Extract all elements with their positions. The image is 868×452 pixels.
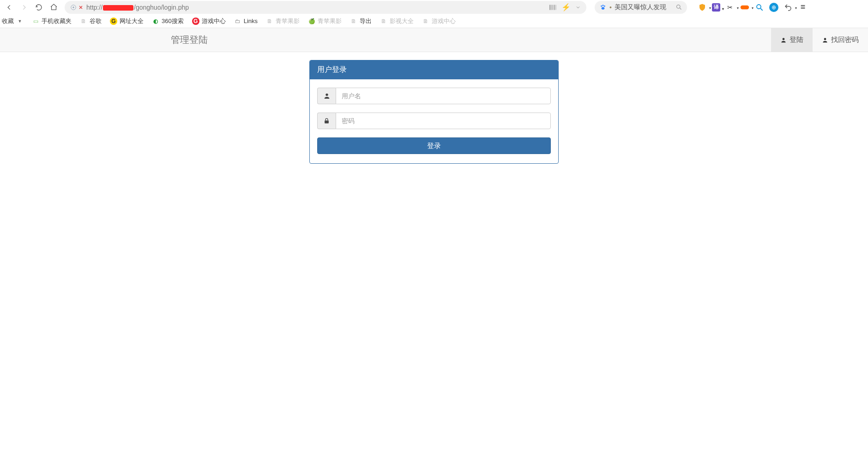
news-text: 美国又曝惊人发现 xyxy=(615,3,666,12)
translate-icon[interactable]: 译▾ xyxy=(712,3,720,12)
svg-rect-4 xyxy=(552,5,553,10)
bookmark-google[interactable]: 🗎谷歌 xyxy=(80,17,102,25)
password-row xyxy=(317,113,551,129)
svg-rect-2 xyxy=(549,5,550,10)
user-icon xyxy=(780,37,787,43)
svg-point-19 xyxy=(326,94,328,96)
address-bar-right: ⚡ xyxy=(549,3,581,12)
back-button[interactable] xyxy=(4,2,15,13)
game-red-icon: G xyxy=(192,18,199,25)
bookmark-urls[interactable]: G网址大全 xyxy=(110,17,144,25)
bookmark-video[interactable]: 🗎影视大全 xyxy=(380,17,414,25)
svg-line-13 xyxy=(680,8,681,9)
apple-icon: 🍏 xyxy=(308,18,315,25)
username-row xyxy=(317,88,551,104)
bookmark-label: Links xyxy=(244,18,258,24)
svg-point-10 xyxy=(604,5,605,6)
url-prefix: http:// xyxy=(86,4,102,11)
bookmark-bar: 收藏 ▼ ▭手机收藏夹 🗎谷歌 G网址大全 ◐360搜索 G游戏中心 🗀Link… xyxy=(0,14,868,28)
bookmark-label: 游戏中心 xyxy=(202,17,226,25)
site-info-icon xyxy=(70,4,84,11)
bookmark-label: 360搜索 xyxy=(162,17,184,25)
news-search-pill[interactable]: • 美国又曝惊人发现 xyxy=(595,1,687,14)
bookmark-label: 谷歌 xyxy=(90,17,102,25)
user-icon xyxy=(822,37,828,43)
bookmark-game2[interactable]: 🗎游戏中心 xyxy=(422,17,456,25)
scissors-icon[interactable]: ✂▾ xyxy=(725,2,735,12)
nav-find-password[interactable]: 找回密码 xyxy=(813,28,868,52)
shield-icon[interactable]: ▾ xyxy=(697,2,707,12)
bookmark-apple2[interactable]: 🍏青苹果影 xyxy=(308,17,342,25)
bookmark-export[interactable]: 🗎导出 xyxy=(350,17,372,25)
bookmark-label: 网址大全 xyxy=(120,17,144,25)
url-text: http:///gonghuo/login.php xyxy=(86,4,189,11)
bookmark-links[interactable]: 🗀Links xyxy=(234,18,258,25)
globe-yellow-icon: G xyxy=(110,18,117,25)
gamepad-icon[interactable]: ▾ xyxy=(740,2,750,12)
folder-icon: 🗀 xyxy=(234,18,241,25)
home-button[interactable] xyxy=(48,2,59,13)
bookmark-360[interactable]: ◐360搜索 xyxy=(152,17,184,25)
redacted-host xyxy=(103,5,133,11)
svg-point-8 xyxy=(601,5,602,6)
bookmark-mobile[interactable]: ▭手机收藏夹 xyxy=(32,17,72,25)
magnifier-icon[interactable] xyxy=(754,2,765,12)
page-header: 管理登陆 登陆 找回密码 xyxy=(0,28,868,52)
bookmark-label: 导出 xyxy=(360,17,372,25)
svg-rect-14 xyxy=(741,5,749,9)
svg-point-1 xyxy=(72,6,74,8)
bookmark-label: 游戏中心 xyxy=(432,17,456,25)
nav-find-label: 找回密码 xyxy=(831,36,859,44)
file-icon: 🗎 xyxy=(266,18,273,25)
login-area: 用户登录 登录 xyxy=(0,52,868,164)
extension-row: ▾ 译▾ ✂▾ ▾ ⊕ ▾ ≡ xyxy=(697,2,808,12)
news-dot: • xyxy=(609,4,612,11)
user-icon xyxy=(317,88,336,104)
bolt-icon[interactable]: ⚡ xyxy=(561,3,571,12)
bookmark-label: 青苹果影 xyxy=(318,17,342,25)
nav-login[interactable]: 登陆 xyxy=(771,28,813,52)
favorites-label: 收藏 xyxy=(2,17,14,25)
password-input[interactable] xyxy=(336,113,551,129)
file-icon: 🗎 xyxy=(380,18,387,25)
bookmark-game[interactable]: G游戏中心 xyxy=(192,17,226,25)
svg-rect-6 xyxy=(554,5,555,10)
login-button[interactable]: 登录 xyxy=(317,137,551,154)
reload-button[interactable] xyxy=(33,2,44,13)
svg-point-11 xyxy=(602,7,605,9)
browser-toolbar: http:///gonghuo/login.php ⚡ • 美国又曝惊人发现 ▾… xyxy=(0,0,868,14)
baidu-paw-icon xyxy=(599,4,607,11)
file-icon: 🗎 xyxy=(80,18,87,25)
svg-rect-5 xyxy=(553,5,554,10)
chevron-down-icon: ▼ xyxy=(16,18,24,25)
bookmark-apple1[interactable]: 🗎青苹果影 xyxy=(266,17,300,25)
login-panel: 用户登录 登录 xyxy=(309,60,559,164)
barcode-icon[interactable] xyxy=(549,4,557,11)
address-bar[interactable]: http:///gonghuo/login.php ⚡ xyxy=(65,1,586,14)
login-panel-title: 用户登录 xyxy=(310,60,558,79)
globe-icon[interactable]: ⊕ xyxy=(769,3,778,12)
forward-button[interactable] xyxy=(18,2,30,13)
undo-icon[interactable]: ▾ xyxy=(783,2,793,12)
svg-point-12 xyxy=(677,5,681,9)
file-icon: 🗎 xyxy=(422,18,429,25)
header-nav: 登陆 找回密码 xyxy=(771,28,868,52)
svg-line-16 xyxy=(760,8,763,11)
login-panel-body: 登录 xyxy=(310,79,558,163)
svg-rect-20 xyxy=(325,120,329,123)
favorites-dropdown[interactable]: 收藏 ▼ xyxy=(2,17,24,25)
hamburger-menu-icon[interactable]: ≡ xyxy=(798,2,808,12)
svg-rect-3 xyxy=(550,5,551,10)
bookmark-label: 影视大全 xyxy=(390,17,414,25)
svg-point-18 xyxy=(824,38,826,40)
chevron-down-icon[interactable] xyxy=(575,5,581,10)
svg-point-17 xyxy=(783,38,785,40)
bookmark-label: 手机收藏夹 xyxy=(42,17,72,25)
svg-rect-7 xyxy=(556,5,556,10)
phone-icon: ▭ xyxy=(32,18,39,25)
url-suffix: /gonghuo/login.php xyxy=(134,4,189,11)
search-icon[interactable] xyxy=(675,4,682,11)
username-input[interactable] xyxy=(336,88,551,104)
svg-point-9 xyxy=(603,5,604,6)
nav-login-label: 登陆 xyxy=(790,36,803,44)
